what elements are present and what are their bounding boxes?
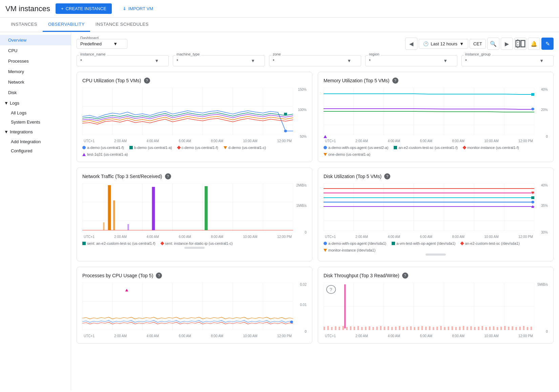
svg-rect-122 [436, 327, 438, 330]
legend-color [462, 146, 466, 149]
memory-help-icon[interactable]: ? [392, 78, 398, 84]
chevron-down-icon: ▼ [459, 41, 464, 46]
legend-item: a-demo-with-ops-agent (/dev/sda1) [324, 241, 386, 245]
sidebar-group-integrations[interactable]: ▼ Integrations [0, 127, 71, 137]
sidebar-item-processes[interactable]: Processes [0, 56, 71, 66]
svg-rect-44 [108, 185, 111, 230]
chart-disk-throughput: Disk Throughput (Top 3 Read/Write) ? 5Mi… [318, 267, 554, 344]
svg-rect-104 [369, 326, 370, 330]
svg-rect-119 [425, 327, 427, 330]
filter-machine-type: machine_type * ▼ [173, 55, 265, 66]
chevron-down-icon: ▼ [539, 58, 544, 63]
scrollbar[interactable] [426, 254, 446, 256]
svg-rect-139 [500, 327, 502, 330]
network-x-axis: UTC+1 2:00 AM 4:00 AM 6:00 AM 8:00 AM 10… [82, 235, 293, 239]
legend-color [82, 146, 86, 149]
sidebar: Overview CPU Processes Memory Network Di… [0, 32, 71, 390]
compare-button[interactable] [514, 38, 526, 50]
create-instance-button[interactable]: + CREATE INSTANCE [56, 3, 112, 14]
tab-instance-schedules[interactable]: INSTANCE SCHEDULES [90, 18, 154, 32]
timezone-button[interactable]: CET [470, 39, 486, 49]
disk-util-help-icon[interactable]: ? [384, 173, 390, 179]
svg-rect-47 [205, 186, 208, 230]
disk-util-chart-container: 40% 35% 30% [324, 183, 548, 239]
import-vm-button[interactable]: ⇓ IMPORT VM [117, 3, 159, 14]
chevron-down-icon: ▼ [154, 58, 159, 63]
processes-chart-container: 0.02 0.01 0 [82, 283, 307, 338]
svg-rect-130 [467, 327, 468, 330]
svg-marker-78 [125, 289, 128, 291]
svg-rect-97 [343, 326, 344, 330]
svg-rect-91 [344, 284, 346, 328]
dashboard-left: Dashboard Predefined ▼ [77, 39, 127, 49]
main-layout: Overview CPU Processes Memory Network Di… [0, 32, 559, 390]
svg-rect-106 [376, 327, 378, 330]
sidebar-item-system-events[interactable]: System Events [0, 117, 71, 127]
svg-rect-143 [515, 327, 517, 330]
legend-item: an-e2-custom-test-sc (/dev/sda1) [461, 241, 519, 245]
prev-button[interactable]: ◀ [405, 38, 417, 50]
svg-rect-107 [380, 326, 381, 330]
alert-button[interactable]: 🔔 [528, 38, 540, 50]
processes-x-axis: UTC+1 2:00 AM 4:00 AM 6:00 AM 8:00 AM 10… [82, 334, 293, 338]
time-range-button[interactable]: 🕐 Last 12 hours ▼ [419, 39, 468, 49]
page-header: VM instances + CREATE INSTANCE ⇓ IMPORT … [0, 0, 559, 18]
legend-item: an-e2-custom-test-sc (us-central1-f) [394, 146, 458, 150]
sidebar-item-add-integration[interactable]: Add Integration [0, 137, 71, 146]
disk-throughput-chart-svg: ? [324, 283, 534, 330]
clock-icon: 🕐 [423, 41, 429, 46]
svg-rect-128 [459, 327, 460, 330]
cpu-x-axis: UTC+1 2:00 AM 4:00 AM 6:00 AM 8:00 AM 10… [82, 139, 293, 143]
svg-rect-134 [482, 326, 483, 330]
sidebar-item-configured[interactable]: Configured [0, 146, 71, 155]
page-title: VM instances [5, 4, 50, 13]
sidebar-item-disk[interactable]: Disk [0, 87, 71, 98]
sidebar-item-memory[interactable]: Memory [0, 66, 71, 77]
add-icon: + [61, 6, 64, 11]
sidebar-item-all-logs[interactable]: All Logs [0, 108, 71, 117]
sidebar-item-overview[interactable]: Overview [0, 35, 71, 45]
tab-instances[interactable]: INSTANCES [5, 18, 43, 32]
search-button[interactable]: 🔍 [487, 38, 499, 50]
next-button[interactable]: ▶ [501, 38, 513, 50]
svg-rect-109 [388, 326, 389, 330]
filter-instance-name: instance_name * ▼ [77, 55, 169, 66]
svg-rect-29 [531, 93, 534, 96]
svg-rect-93 [327, 326, 329, 330]
svg-rect-117 [418, 327, 419, 330]
sidebar-item-cpu[interactable]: CPU [0, 45, 71, 56]
svg-rect-113 [402, 327, 404, 330]
tab-observability[interactable]: OBSERVABILITY [43, 18, 90, 32]
svg-point-15 [284, 130, 287, 132]
legend-color [324, 146, 327, 149]
svg-rect-120 [429, 326, 430, 330]
disk-util-chart-svg [324, 183, 534, 231]
svg-rect-98 [346, 327, 348, 330]
legend-item: c-demo (us-central1-f) [178, 146, 218, 150]
charts-grid: CPU Utilization (Top 5 VMs) ? 150% 100% … [77, 72, 554, 344]
network-help-icon[interactable]: ? [165, 173, 171, 179]
disk-throughput-x-axis: UTC+1 2:00 AM 4:00 AM 6:00 AM 8:00 AM 10… [324, 334, 534, 338]
edit-button[interactable]: ✎ [541, 38, 554, 50]
legend-item: monitor-instance (us-central1-f) [463, 146, 519, 150]
svg-rect-96 [338, 327, 340, 330]
svg-rect-95 [335, 326, 336, 330]
disk-throughput-help-icon[interactable]: ? [402, 273, 408, 279]
legend-item: a-vm-test-with-op-agent (/dev/sda1) [392, 241, 455, 245]
legend-color [82, 242, 86, 245]
cpu-help-icon[interactable]: ? [144, 78, 150, 84]
scrollbar[interactable] [184, 247, 205, 249]
network-chart-svg [82, 183, 293, 231]
svg-rect-45 [113, 200, 115, 230]
sidebar-item-network[interactable]: Network [0, 77, 71, 87]
svg-rect-100 [354, 327, 355, 330]
svg-rect-94 [331, 327, 332, 330]
dashboard-selector[interactable]: Dashboard Predefined ▼ [77, 39, 127, 49]
sidebar-group-logs[interactable]: ▼ Logs [0, 98, 71, 108]
svg-point-62 [531, 201, 534, 203]
memory-chart-container: 40% 20% 0 [324, 88, 548, 143]
legend-item: sent: instance-for-static-ip (us-central… [161, 241, 233, 245]
dashboard-controls: Dashboard Predefined ▼ ◀ 🕐 Last 12 hours… [77, 38, 554, 50]
processes-help-icon[interactable]: ? [156, 273, 162, 279]
svg-rect-105 [372, 327, 374, 330]
